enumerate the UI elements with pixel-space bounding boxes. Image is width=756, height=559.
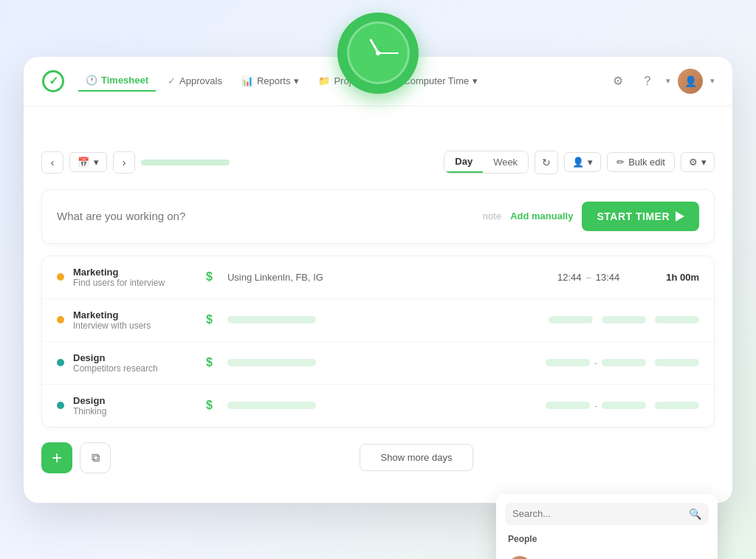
end-time: 13:44 [596,272,620,283]
week-toggle-button[interactable]: Week [483,151,528,173]
computer-time-chevron-icon: ▾ [472,75,478,86]
project-dot [57,402,64,409]
entry-time: - [546,357,646,368]
skeleton-bar [546,359,590,366]
entry-description [227,402,537,409]
toolbar-row: ‹ 📅 ▾ › Day Week ↻ 👤 ▾ ✏ Bulk edit [41,151,715,174]
view-settings-icon: ⚙ [689,157,698,168]
entries-container: Marketing Find users for interview $ Usi… [41,256,715,428]
clock-minute-hand [378,52,399,54]
timer-row: note Add manually START TIMER [41,189,715,244]
people-section-label: People [505,534,709,544]
entry-time: 12:44 – 13:44 [557,272,646,283]
bottom-row: + ⧉ Show more days [41,428,715,488]
skeleton-bar [602,316,646,323]
entry-row: Design Competitors research $ - [42,342,714,385]
skeleton-bar [227,316,316,323]
nav-approvals[interactable]: ✓ Approvals [160,71,230,91]
entry-info: Marketing Interview with users [73,309,191,331]
entry-description [227,316,540,323]
time-separator: - [594,400,597,411]
entry-row: Marketing Interview with users $ [42,299,714,342]
help-nav-button[interactable]: ? [636,70,659,92]
next-date-button[interactable]: › [113,151,135,174]
entry-project: Marketing [73,309,191,320]
time-separator: - [594,357,597,368]
edit-icon: ✏ [616,157,625,168]
skeleton-bar [227,359,316,366]
entry-row: Design Thinking $ - [42,385,714,427]
person-avatar [508,556,532,560]
refresh-button[interactable]: ↻ [535,151,558,174]
show-more-days-button[interactable]: Show more days [360,444,474,471]
nav-reports[interactable]: 📊 Reports ▾ [234,71,307,91]
date-picker-button[interactable]: 📅 ▾ [69,152,107,172]
entry-task: Competitors research [73,363,191,374]
person-filter-button[interactable]: 👤 ▾ [564,152,601,172]
billable-icon: $ [206,313,213,326]
entry-row: Marketing Find users for interview $ Usi… [42,256,714,299]
search-icon: 🔍 [689,508,701,520]
help-chevron-icon: ▾ [666,76,670,86]
project-dot [57,359,64,366]
refresh-icon: ↻ [542,157,551,168]
entry-duration [655,402,699,409]
person-item-mathilda[interactable]: Mathilda Fernandez - YOU [505,550,709,560]
skeleton-bar [602,359,646,366]
nav-right: ⚙ ? ▾ 👤 ▾ [607,69,715,94]
note-label: note [483,210,501,222]
entry-duration: 1h 00m [655,272,699,283]
skeleton-bar [227,402,316,409]
copy-entries-button[interactable]: ⧉ [80,442,111,473]
projects-icon: 📁 [318,75,330,86]
entry-project: Design [73,352,191,363]
play-icon [676,211,684,222]
view-settings-button[interactable]: ⚙ ▾ [681,152,715,172]
date-range-bar [141,160,230,165]
entry-task: Find users for interview [73,278,191,288]
entry-info: Design Thinking [73,395,191,416]
user-avatar[interactable]: 👤 [678,69,703,94]
entry-task: Thinking [73,406,191,416]
day-week-toggle: Day Week [444,151,529,174]
entry-description: Using Linkenln, FB, IG [227,272,549,283]
entry-duration [655,316,699,323]
project-dot [57,316,64,323]
entry-description [227,359,537,366]
add-entry-button[interactable]: + [41,442,72,473]
entry-duration [655,359,699,366]
add-manually-button[interactable]: Add manually [510,210,573,222]
skeleton-bar [655,359,699,366]
start-timer-button[interactable]: START TIMER [582,202,699,231]
reports-icon: 📊 [241,75,253,86]
search-row: 🔍 [505,503,709,525]
entry-info: Marketing Find users for interview [73,267,191,288]
bulk-edit-button[interactable]: ✏ Bulk edit [607,152,675,172]
people-search-input[interactable] [512,508,684,519]
entry-task: Interview with users [73,320,191,331]
task-description-input[interactable] [57,210,474,222]
clock-widget [337,13,419,94]
clock-face [347,21,410,84]
timesheet-icon: 🕐 [86,75,97,86]
entry-time [549,316,646,323]
skeleton-bar [655,402,699,409]
user-avatar-chevron-icon: ▾ [710,76,715,86]
day-toggle-button[interactable]: Day [444,151,483,173]
skeleton-bar [602,402,646,409]
copy-icon: ⧉ [92,451,100,464]
logo-check-icon: ✓ [49,74,58,88]
project-dot [57,273,64,281]
skeleton-bar [549,316,593,323]
approvals-icon: ✓ [168,75,176,86]
nav-timesheet[interactable]: 🕐 Timesheet [78,70,156,92]
reports-chevron-icon: ▾ [294,75,299,86]
entry-time: - [546,400,646,411]
settings-nav-button[interactable]: ⚙ [607,70,629,92]
people-dropdown: 🔍 People Mathilda Fernandez - YOU Kristi… [496,494,718,560]
person-chevron-icon: ▾ [588,157,593,168]
calendar-chevron-icon: ▾ [94,157,99,168]
calendar-icon: 📅 [78,157,89,168]
prev-date-button[interactable]: ‹ [41,151,63,174]
billable-icon: $ [206,399,213,412]
